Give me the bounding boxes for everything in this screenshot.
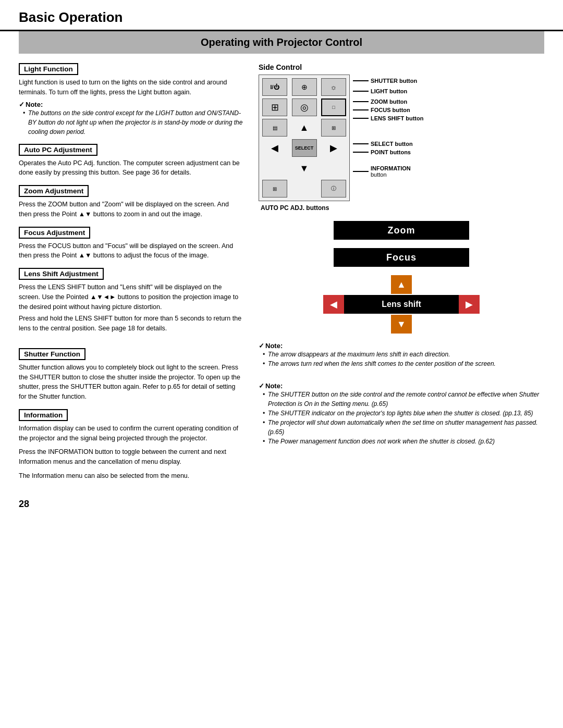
down-arrow-button[interactable]: ▼ (292, 159, 317, 177)
lens-shift-btn-label-item: LENS SHIFT button (353, 115, 423, 121)
focus-display-container: Focus (259, 248, 544, 267)
lens-shift-down-arrow[interactable]: ▼ (391, 315, 412, 334)
light-function-note: Note: The buttons on the side control ex… (19, 101, 243, 137)
main-content: Light Function Light function is used to… (0, 63, 563, 488)
shutter-note-item-4: The Power management function does not w… (263, 437, 544, 446)
menu-button[interactable]: ▤ (262, 119, 287, 137)
zoom-btn-label-item: ZOOM button (353, 98, 423, 105)
focus-adj-section: Focus Adjustment Press the FOCUS button … (19, 227, 243, 261)
zoom-dash (353, 101, 369, 102)
info-btn-dash (353, 171, 369, 172)
lens-shift-adj-title: Lens Shift Adjustment (19, 268, 104, 280)
page-header: Basic Operation (0, 0, 563, 31)
information-button[interactable]: ⓘ (321, 180, 346, 198)
side-control-diagram: I/⏻ ⊕ ☼ ⊞ (259, 75, 544, 201)
light-function-section: Light Function Light function is used to… (19, 63, 243, 137)
focus-adj-body: Press the FOCUS button and "Focus" will … (19, 241, 243, 261)
light-function-title: Light Function (19, 63, 78, 75)
left-arrow-button[interactable]: ◀ (262, 139, 287, 157)
shutter-note-section: Note: The SHUTTER button on the side con… (259, 382, 544, 446)
lens-shift-left-arrow[interactable]: ◀ (323, 295, 344, 314)
point-btns-label: POINT buttons (371, 149, 411, 155)
side-control-panel: I/⏻ ⊕ ☼ ⊞ (259, 75, 350, 201)
focus-button[interactable]: ◎ (292, 98, 317, 116)
lens-shift-dash (353, 118, 369, 119)
left-column: Light Function Light function is used to… (19, 63, 243, 488)
zoom-button[interactable]: ⊞ (262, 98, 287, 116)
light-function-body: Light function is used to turn on the li… (19, 78, 243, 97)
select-btn-label: SELECT button (371, 141, 413, 147)
lens-shift-note-section: Note: The arrow disappears at the maximu… (259, 342, 544, 368)
lens-shift-right-arrow[interactable]: ▶ (459, 295, 480, 314)
focus-adj-title: Focus Adjustment (19, 227, 90, 239)
note-list-light: The buttons on the side control except f… (23, 108, 243, 137)
sc-row-3: ▤ ▲ ⊞ (262, 119, 346, 137)
shutter-function-body: Shutter function allows you to completel… (19, 363, 243, 402)
shutter-note-item-2: The SHUTTER indicator on the projector's… (263, 409, 544, 418)
sc-row-5: ▼ (262, 159, 346, 177)
zoom-display-container: Zoom (259, 221, 544, 240)
focus-dash (353, 109, 369, 110)
input-button[interactable]: ⊞ (321, 119, 346, 137)
right-column: Side Control I/⏻ ⊕ ☼ (259, 63, 544, 488)
side-control-labels: SHUTTER button LIGHT button ZOOM button (353, 75, 423, 178)
zoom-adj-section: Zoom Adjustment Press the ZOOM button an… (19, 185, 243, 219)
select-dash (353, 143, 369, 144)
light-btn-label: LIGHT button (371, 88, 407, 94)
lens-shift-adj-section: Lens Shift Adjustment Press the LENS SHI… (19, 268, 243, 334)
shutter-note-label: Note: (259, 382, 283, 390)
information-body1: Information display can be used to confi… (19, 424, 243, 443)
shutter-note-item-1: The SHUTTER button on the side control a… (263, 390, 544, 409)
lens-shift-display-box: Lens shift (344, 295, 459, 314)
focus-btn-label: FOCUS button (371, 107, 410, 113)
note-label-light: Note: (19, 101, 43, 108)
lens-shift-middle-row: ◀ Lens shift ▶ (323, 295, 480, 314)
zoom-btn-label: ZOOM button (371, 98, 407, 105)
side-control-area: Side Control I/⏻ ⊕ ☼ (259, 63, 544, 212)
auto-pc-adj-label: AUTO PC ADJ. buttons (261, 204, 544, 212)
page-title: Basic Operation (19, 9, 544, 26)
info-btn-label: INFORMATION (371, 165, 411, 171)
section-title-bar: Operating with Projector Control (19, 31, 544, 54)
right-arrow-button[interactable]: ▶ (321, 139, 346, 157)
shutter-btn-label-item: SHUTTER button (353, 78, 423, 84)
auto-pc-adj-button[interactable]: ⊞ (262, 180, 287, 198)
page-number: 28 (19, 499, 29, 510)
focus-btn-label-item: FOCUS button (353, 107, 423, 113)
light-button[interactable]: ☼ (321, 78, 346, 96)
lens-shift-adj-body2: Press and hold the LENS SHIFT button for… (19, 314, 243, 334)
point-btns-label-item: POINT buttons (353, 149, 423, 155)
page-footer: 28 (0, 488, 563, 515)
lens-shift-note-list: The arrow disappears at the maximum lens… (263, 350, 544, 368)
auto-pc-adj-title: Auto PC Adjustment (19, 144, 97, 156)
lens-shift-display-container: ▲ ◀ Lens shift ▶ ▼ (259, 275, 544, 334)
lens-shift-btn-label: LENS SHIFT button (371, 115, 423, 121)
information-title: Information (19, 409, 68, 421)
zoom-adj-body: Press the ZOOM button and "Zoom" will be… (19, 200, 243, 219)
shutter-note-list: The SHUTTER button on the side control a… (263, 390, 544, 446)
zoom-adj-title: Zoom Adjustment (19, 185, 89, 197)
shutter-btn-label: SHUTTER button (371, 78, 417, 84)
light-dash (353, 91, 369, 92)
on-standby-button[interactable]: I/⏻ (262, 78, 287, 96)
info-btn-label-item: INFORMATION button (353, 165, 423, 178)
note-item-light-1: The buttons on the side control except f… (23, 108, 243, 137)
sc-row-2: ⊞ ◎ □ (262, 98, 346, 116)
focus-display: Focus (334, 248, 469, 267)
up-arrow-button[interactable]: ▲ (292, 119, 317, 137)
lens-shift-up-arrow[interactable]: ▲ (391, 275, 412, 294)
sc-row-1: I/⏻ ⊕ ☼ (262, 78, 346, 96)
sc-row-6: ⊞ ⓘ (262, 180, 346, 198)
lens-shift-note-label: Note: (259, 342, 283, 350)
auto-pc-adj-body: Operates the Auto PC Adj. function. The … (19, 158, 243, 178)
sc-row-4: ◀ SELECT ▶ (262, 139, 346, 157)
shutter-button[interactable]: ⊕ (292, 78, 317, 96)
side-control-title: Side Control (259, 63, 544, 71)
auto-pc-adj-section: Auto PC Adjustment Operates the Auto PC … (19, 144, 243, 178)
lens-shift-button[interactable]: □ (321, 98, 346, 116)
shutter-dash (353, 80, 369, 81)
shutter-function-section: Shutter Function Shutter function allows… (19, 348, 243, 402)
lens-shift-note-item-2: The arrows turn red when the lens shift … (263, 359, 544, 368)
select-button[interactable]: SELECT (292, 139, 317, 157)
select-btn-label-item: SELECT button (353, 141, 423, 147)
